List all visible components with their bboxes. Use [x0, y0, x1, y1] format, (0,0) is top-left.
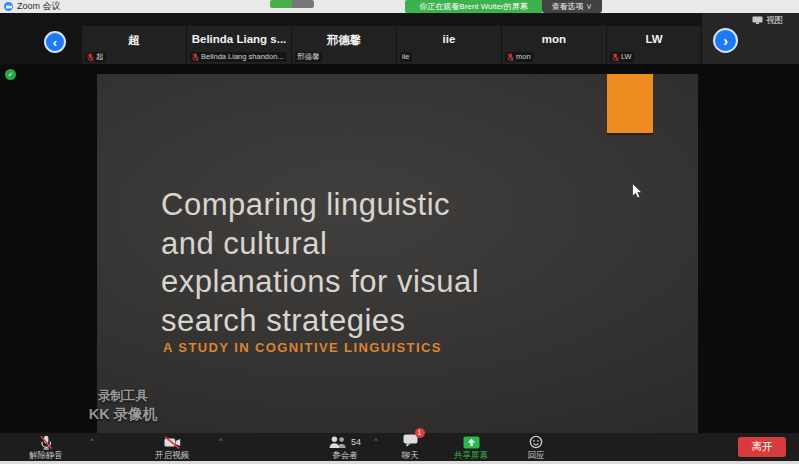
muted-mic-icon [39, 435, 53, 450]
view-options-button[interactable]: 查看选项 ∨ [542, 0, 602, 13]
participant-label: mon [505, 52, 533, 62]
unmute-button[interactable]: 解除静音 [8, 435, 84, 462]
share-screen-icon [463, 436, 480, 449]
video-options-chevron[interactable]: ^ [219, 436, 223, 445]
muted-mic-icon [507, 53, 514, 62]
chat-button[interactable]: 1 聊天 [384, 435, 436, 462]
mic-options-chevron[interactable]: ^ [90, 436, 94, 445]
participant-label: Belinda Liang shandon... [190, 52, 286, 62]
participants-button[interactable]: 54 参会者 [312, 435, 378, 462]
slide-accent-rectangle [607, 74, 653, 133]
participant-name: 邢德馨 [292, 33, 396, 48]
audio-indicator [270, 0, 314, 8]
participant-label: 邢德馨 [295, 52, 322, 62]
participant-tile[interactable]: iie iie [397, 26, 502, 64]
participant-label: LW [610, 52, 634, 62]
participant-tile[interactable]: mon mon [502, 26, 607, 64]
slide-subtitle: A STUDY IN COGNITIVE LINGUISTICS [163, 340, 442, 355]
share-screen-button[interactable]: 共享屏幕 [440, 435, 502, 462]
participant-label: 超 [85, 52, 106, 62]
muted-mic-icon [612, 53, 619, 62]
leave-meeting-button[interactable]: 离开 [738, 437, 786, 457]
shared-screen-slide: Comparing linguistic and cultural explan… [97, 74, 698, 433]
mouse-cursor [632, 183, 643, 203]
participant-tile[interactable]: 超 超 [82, 26, 187, 64]
participants-options-chevron[interactable]: ^ [374, 436, 378, 445]
chat-unread-badge: 1 [415, 428, 425, 438]
title-bar: Zoom 会议 你正在观看Brent Wolter的屏幕 查看选项 ∨ [0, 0, 799, 13]
participant-tile[interactable]: Belinda Liang s... Belinda Liang shandon… [187, 26, 292, 64]
monitor-icon [752, 16, 763, 26]
reactions-button[interactable]: 回应 [509, 435, 563, 462]
recorder-watermark: 录制工具 KK 录像机 [58, 388, 188, 424]
view-layout-button[interactable]: 视图 [752, 15, 783, 27]
participant-name: LW [607, 33, 701, 45]
scroll-right-button[interactable]: › [713, 28, 738, 53]
zoom-logo-icon [4, 2, 13, 11]
participant-label: iie [400, 52, 412, 62]
zoom-meeting-window: Zoom 会议 你正在观看Brent Wolter的屏幕 查看选项 ∨ 视图 超… [0, 0, 799, 464]
window-title: Zoom 会议 [17, 0, 61, 13]
participant-tile[interactable]: 邢德馨 邢德馨 [292, 26, 397, 64]
start-video-button[interactable]: 开启视频 [136, 435, 208, 462]
muted-mic-icon [192, 53, 199, 62]
slide-title: Comparing linguistic and cultural explan… [161, 186, 641, 340]
muted-camera-icon [164, 436, 181, 449]
view-button-label: 视图 [766, 15, 783, 27]
encryption-check-icon[interactable]: ✓ [5, 69, 16, 80]
scroll-left-button[interactable]: ‹ [44, 31, 66, 53]
participants-count: 54 [351, 437, 361, 447]
participant-name: mon [502, 33, 606, 45]
viewing-screen-banner: 你正在观看Brent Wolter的屏幕 [405, 0, 542, 13]
participant-tile[interactable]: LW LW [607, 26, 702, 64]
participants-icon [329, 436, 348, 449]
participant-name: Belinda Liang s... [187, 33, 291, 45]
reactions-smiley-icon [529, 435, 543, 449]
participant-name: 超 [82, 33, 186, 48]
participant-name: iie [397, 33, 501, 45]
muted-mic-icon [87, 53, 94, 62]
